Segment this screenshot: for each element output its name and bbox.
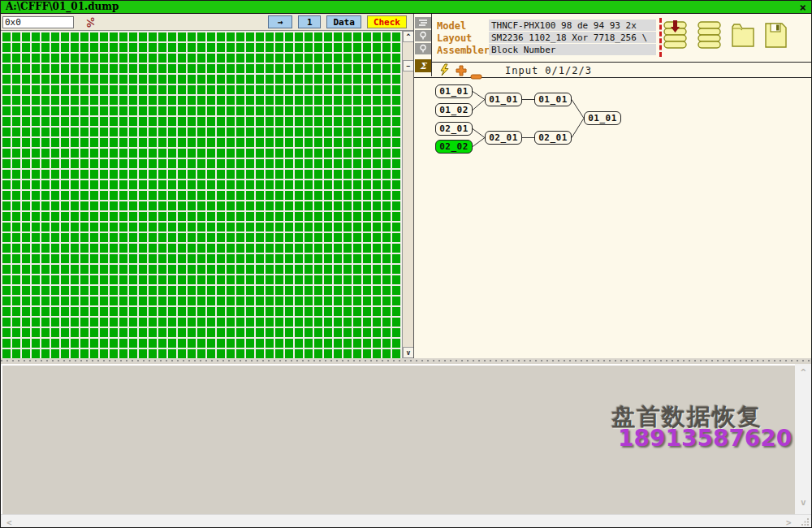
diagram-node[interactable]: 02_01	[485, 131, 522, 145]
open-folder-button[interactable]	[730, 19, 756, 50]
panel-divider-top	[432, 62, 812, 63]
diagram-node[interactable]: 01_01	[534, 93, 572, 106]
resize-grip-icon[interactable]	[801, 518, 810, 526]
toolbar: % → 1 Data Check	[1, 14, 413, 31]
diagram-node[interactable]: 01_02	[435, 103, 473, 117]
icon-column-divider	[431, 14, 432, 76]
layout-value[interactable]: SM2236 1102_18 Xor 7718_256 \	[489, 32, 656, 43]
bottom-panel: 盘首数据恢复 18913587620	[1, 364, 795, 514]
scissors-icon: %	[84, 16, 97, 27]
bulb-icon[interactable]	[415, 30, 431, 41]
thumb-icon: −	[407, 63, 411, 70]
block-diagram: 01_0101_0202_0102_0201_0102_0101_0102_01…	[413, 77, 649, 167]
sigma-glyph: Σ	[420, 61, 426, 71]
up-arrow-icon[interactable]: ^	[801, 367, 806, 378]
diagram-node[interactable]: 02_02	[435, 140, 473, 154]
diagram-node[interactable]: 01_01	[485, 93, 522, 106]
dump-stack-icon	[697, 19, 723, 50]
bulb-icon-glyph	[418, 44, 428, 54]
scroll-down-button[interactable]: v	[403, 347, 414, 358]
diagram-node[interactable]: 02_01	[435, 122, 473, 136]
scroll-thumb[interactable]: −	[403, 60, 414, 71]
layout-label: Layout	[437, 32, 472, 44]
scroll-up-button[interactable]: ^	[403, 31, 414, 42]
right-arrow-icon[interactable]: >	[786, 517, 792, 528]
left-arrow-icon[interactable]: <	[6, 517, 12, 528]
bulb-icon[interactable]	[415, 43, 431, 54]
horizontal-scrollbar[interactable]: < >	[1, 514, 812, 528]
assembler-label: Assembler	[437, 45, 490, 56]
titlebar[interactable]: A:\CFFF\01_01.dump ×	[1, 1, 811, 14]
bottom-vertical-scrollbar[interactable]: ^ v	[795, 364, 812, 514]
folder-icon	[730, 19, 756, 50]
watermark-phone: 18913587620	[618, 425, 792, 452]
splitter-dots	[1, 360, 811, 361]
sigma-icon[interactable]: Σ	[415, 59, 431, 72]
plus-icon	[456, 65, 467, 76]
diagram-node[interactable]: 02_01	[534, 131, 572, 145]
model-label: Model	[437, 20, 466, 32]
assembler-value[interactable]: Block Number	[489, 44, 656, 55]
window-title: A:\CFFF\01_01.dump	[6, 1, 119, 13]
toolbar-buttons: → 1 Data Check	[268, 15, 407, 28]
goto-button[interactable]: →	[268, 15, 292, 28]
offset-input[interactable]	[2, 16, 74, 28]
check-button[interactable]: Check	[367, 15, 407, 28]
lightning-glyph	[438, 63, 450, 76]
count-button[interactable]: 1	[298, 15, 321, 28]
input-tab-label[interactable]: Input 0/1/2/3	[505, 65, 592, 76]
load-dumps-button[interactable]	[663, 19, 689, 50]
data-button[interactable]: Data	[326, 15, 361, 28]
list-icon-glyph	[417, 19, 429, 27]
info-panel: Σ Model Layout Assembler THNCF-PHX100 98…	[413, 14, 812, 358]
app-window: A:\CFFF\01_01.dump × % → 1 Data Check ^ …	[0, 0, 812, 528]
floppy-disk-icon	[762, 19, 788, 50]
diagram-node[interactable]: 01_01	[435, 84, 473, 98]
dump-stack-arrow-icon	[663, 19, 689, 50]
splitter-handle[interactable]	[1, 358, 811, 364]
list-icon[interactable]	[415, 17, 431, 28]
down-arrow-icon: v	[407, 349, 411, 357]
block-map-grid[interactable]	[1, 31, 402, 358]
diagram-node[interactable]: 01_01	[584, 111, 621, 125]
save-button[interactable]	[762, 19, 788, 50]
up-arrow-icon: ^	[407, 33, 411, 41]
dashed-separator	[659, 18, 662, 57]
grid-scrollbar[interactable]: ^ − v	[402, 31, 413, 358]
model-value[interactable]: THNCF-PHX100 98 de 94 93 2x	[489, 19, 656, 31]
dumps-list-button[interactable]	[697, 19, 723, 50]
down-arrow-icon[interactable]: v	[801, 497, 806, 508]
bulb-icon-glyph	[418, 31, 428, 41]
close-icon[interactable]: ×	[800, 2, 806, 13]
